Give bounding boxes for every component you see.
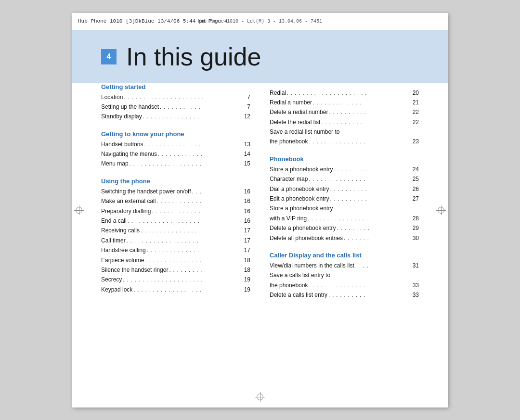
toc-item-page: 14 <box>244 149 250 159</box>
toc-item-label: Make an external call <box>101 196 156 206</box>
toc-item: with a VIP ring . . . . . . . . . . . . … <box>270 214 419 223</box>
toc-item-page: 18 <box>244 255 250 265</box>
toc-item-label: Store a phonebook entry <box>270 204 333 213</box>
toc-item-page: 13 <box>244 140 250 149</box>
toc-item: Make an external call . . . . . . . . . … <box>101 196 250 206</box>
toc-item-page: 19 <box>244 285 250 294</box>
toc-item-label: Delete a phonebook entry <box>270 223 336 233</box>
toc-item: View/dial numbers in the calls list . . … <box>270 261 419 270</box>
toc-item-label: Earpiece volume <box>101 255 144 265</box>
toc-item-page: 29 <box>413 223 419 233</box>
toc-item: Delete the redial list . . . . . . . . .… <box>270 117 419 127</box>
toc-item-label: with a VIP ring <box>270 214 307 223</box>
toc-item-label: Handsfree calling <box>101 245 146 255</box>
toc-item-dots: . . . . . . . . . . . . . . . . . . . . … <box>124 93 246 102</box>
toc-item: Secrecy . . . . . . . . . . . . . . . . … <box>101 275 250 284</box>
top-bar-line2: Hub Phone 1010 - Ldt(M) 3 - 13.04.06 - 7… <box>198 13 322 30</box>
toc-item: Handset buttons . . . . . . . . . . . . … <box>101 140 250 149</box>
toc-item-page: 30 <box>413 233 419 243</box>
toc-item: Setting up the handset . . . . . . . . .… <box>101 102 250 112</box>
toc-item-label: Save a redial list number to <box>270 127 339 137</box>
toc-item-page: 33 <box>413 280 419 290</box>
toc-item-page: 20 <box>413 88 419 98</box>
toc-item: Navigating the menus . . . . . . . . . .… <box>101 149 250 159</box>
toc-item-page: 17 <box>244 226 250 235</box>
toc-item: Delete a calls list entry . . . . . . . … <box>270 290 419 300</box>
toc-item: the phonebook . . . . . . . . . . . . . … <box>270 137 419 146</box>
toc-item-label: Delete a calls list entry <box>270 290 327 300</box>
toc-item-page: 33 <box>413 290 419 300</box>
toc-item-dots: . . . . <box>355 261 412 270</box>
toc-item-page: 28 <box>413 214 419 223</box>
toc-item-label: Navigating the menus <box>101 149 157 159</box>
toc-item: Character map . . . . . . . . . . . . . … <box>270 174 419 184</box>
toc-item-page: 15 <box>244 159 250 168</box>
toc-item-page: 7 <box>247 102 250 112</box>
toc-item: Keypad lock . . . . . . . . . . . . . . … <box>101 285 250 294</box>
toc-item-dots: . . . . . . . . . . . . . . . <box>141 226 243 235</box>
section-heading-using-the-phone: Using the phone <box>101 178 250 185</box>
toc-item-label: Call timer <box>101 236 126 245</box>
toc-item-dots: . . . . . . . . . . . . <box>158 150 243 159</box>
toc-item-dots: . . . . . . . . . . <box>330 194 411 204</box>
toc-item-label: Save a calls list entry to <box>270 270 330 280</box>
toc-item-dots: . . . . . . . . . <box>334 165 411 174</box>
toc-item-dots: . . . . . . . . . . . . . . . . . . . <box>128 216 243 226</box>
toc-item: Store a phonebook entry . . . . . . . . … <box>270 165 419 174</box>
toc-item-label: Delete a redial number <box>270 107 328 117</box>
toc-item: Call timer . . . . . . . . . . . . . . .… <box>101 236 250 245</box>
toc-item: Handsfree calling . . . . . . . . . . . … <box>101 245 250 255</box>
page-number: 4 <box>101 49 117 64</box>
toc-item-label: View/dial numbers in the calls list <box>270 261 354 270</box>
toc-item-page: 21 <box>413 98 419 107</box>
toc-item: Dial a phonebook entry . . . . . . . . .… <box>270 184 419 194</box>
toc-item-page: 19 <box>244 275 250 284</box>
page: Hub Phone 1010 [3]DkBlue 13/4/06 5:44 pm… <box>72 13 448 407</box>
toc-item-dots: . . . . . . . . . . . <box>160 102 246 112</box>
toc-item: Location . . . . . . . . . . . . . . . .… <box>101 92 250 102</box>
toc-item-label: Keypad lock <box>101 285 132 294</box>
toc-item-label: End a call <box>101 216 127 226</box>
content-area: Getting startedLocation . . . . . . . . … <box>101 83 419 388</box>
toc-item-dots: . . . . . . . . . . . . . . . <box>143 112 243 121</box>
toc-item-label: Receiving calls <box>101 226 140 235</box>
toc-item-page: 26 <box>413 184 419 194</box>
toc-item-label: Handset buttons <box>101 140 143 149</box>
toc-left-column: Getting startedLocation . . . . . . . . … <box>101 83 250 388</box>
toc-item-page: 31 <box>413 261 419 270</box>
toc-item-page: 7 <box>247 92 250 102</box>
toc-item-dots: . . . . . . . . . . . . . . . <box>145 256 243 265</box>
toc-item-page: 16 <box>244 196 250 206</box>
toc-item-label: Edit a phonebook entry <box>270 194 329 204</box>
toc-item-dots: . . . . . . . . . . . . . . . <box>309 137 411 146</box>
page-header: 4 In this guide <box>72 30 448 83</box>
toc-item: Earpiece volume . . . . . . . . . . . . … <box>101 255 250 265</box>
toc-item-dots: . . . . . . . . . . . . . . . . . . <box>133 285 243 294</box>
toc-item-dots: . . . . . . . . . . . . . . . <box>308 214 411 223</box>
toc-item: Preparatory dialling . . . . . . . . . .… <box>101 206 250 216</box>
toc-item-label: Store a phonebook entry <box>270 165 333 174</box>
toc-item-page: 22 <box>413 117 419 127</box>
toc-item-page: 22 <box>413 107 419 117</box>
toc-item-label: the phonebook <box>270 280 308 290</box>
toc-item-label: the phonebook <box>270 137 308 146</box>
toc-item-page: 23 <box>413 137 419 146</box>
toc-item: Standby display . . . . . . . . . . . . … <box>101 112 250 121</box>
toc-item-page: 17 <box>244 236 250 245</box>
toc-item-label: Setting up the handset <box>101 102 159 112</box>
toc-item-label: Location <box>101 92 123 102</box>
toc-item-label: Delete all phonebook entries <box>270 233 343 243</box>
section-heading-phonebook: Phonebook <box>270 155 419 163</box>
toc-item: Delete all phonebook entries . . . . . .… <box>270 233 419 243</box>
registration-mark-right <box>436 205 446 215</box>
toc-item: Save a redial list number to <box>270 127 419 137</box>
toc-item-dots: . . . . . . . . . . . . <box>156 197 243 206</box>
toc-item-dots: . . . . . . . . . . . . . <box>313 98 412 107</box>
registration-mark-bottom <box>255 392 265 402</box>
toc-item: the phonebook . . . . . . . . . . . . . … <box>270 280 419 290</box>
toc-item-dots: . . . . . . . . . <box>169 266 243 275</box>
toc-item-label: Menu map <box>101 159 129 168</box>
toc-item-label: Switching the handset power on/off <box>101 187 191 196</box>
toc-item: Redial a number . . . . . . . . . . . . … <box>270 98 419 107</box>
toc-item-page: 17 <box>244 245 250 255</box>
